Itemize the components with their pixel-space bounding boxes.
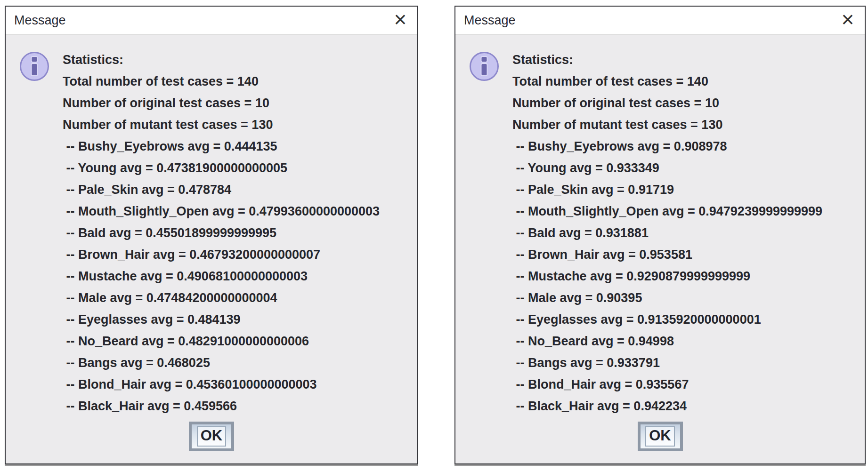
message-line: -- Mouth_Slightly_Open avg = 0.479936000…: [63, 200, 380, 222]
info-icon-dot: [32, 57, 37, 62]
message-text: Statistics: Total number of test cases =…: [512, 47, 822, 417]
message-line: Number of original test cases = 10: [512, 92, 822, 114]
message-dialog-right: Message × Statistics: Total number of te…: [454, 6, 866, 464]
info-icon-stem: [32, 64, 37, 75]
message-line: -- Pale_Skin avg = 0.478784: [63, 179, 380, 200]
info-icon-dot: [482, 57, 487, 62]
window-title: Message: [14, 13, 66, 28]
ok-button-label: OK: [645, 426, 675, 446]
close-button[interactable]: ×: [390, 10, 411, 31]
message-dialog-left: Message × Statistics: Total number of te…: [5, 6, 418, 464]
message-line: -- No_Beard avg = 0.94998: [512, 330, 822, 352]
message-line: -- Male avg = 0.90395: [512, 287, 822, 309]
title-bar: Message ×: [455, 7, 865, 35]
message-line: -- Bald avg = 0.45501899999999995: [63, 222, 380, 244]
message-line: -- Mustache avg = 0.9290879999999999: [512, 265, 822, 287]
message-line: Number of mutant test cases = 130: [512, 114, 822, 136]
message-line: -- Brown_Hair avg = 0.953581: [512, 244, 822, 265]
message-text: Statistics: Total number of test cases =…: [63, 47, 380, 417]
message-line: -- Mustache avg = 0.49068100000000003: [63, 265, 380, 287]
message-line: -- Bushy_Eyebrows avg = 0.908978: [512, 136, 822, 157]
message-line: -- Eyeglasses avg = 0.9135920000000001: [512, 309, 822, 330]
dialog-content: Statistics: Total number of test cases =…: [6, 35, 417, 463]
message-line: -- Bushy_Eyebrows avg = 0.444135: [63, 136, 380, 157]
message-line: -- Young avg = 0.933349: [512, 157, 822, 179]
message-line: Total number of test cases = 140: [63, 71, 380, 92]
close-button[interactable]: ×: [837, 10, 858, 31]
ok-button-label: OK: [197, 426, 227, 446]
message-line: -- Bald avg = 0.931881: [512, 222, 822, 244]
message-line: -- No_Beard avg = 0.48291000000000006: [63, 330, 380, 352]
message-line: -- Black_Hair avg = 0.942234: [512, 395, 822, 417]
message-line: -- Young avg = 0.47381900000000005: [63, 157, 380, 179]
close-icon: ×: [394, 8, 407, 30]
message-row: Statistics: Total number of test cases =…: [455, 35, 865, 417]
dialog-content: Statistics: Total number of test cases =…: [455, 35, 865, 463]
message-row: Statistics: Total number of test cases =…: [6, 35, 417, 417]
ok-button[interactable]: OK: [189, 422, 234, 451]
close-icon: ×: [842, 8, 854, 30]
info-icon: [470, 52, 499, 81]
message-line: -- Male avg = 0.47484200000000004: [63, 287, 380, 309]
info-icon: [20, 52, 49, 81]
message-line: -- Brown_Hair avg = 0.46793200000000007: [63, 244, 380, 265]
message-line: -- Bangs avg = 0.468025: [63, 352, 380, 374]
window-title: Message: [464, 13, 516, 28]
message-line: -- Black_Hair avg = 0.459566: [63, 395, 380, 417]
message-line: -- Pale_Skin avg = 0.91719: [512, 179, 822, 200]
message-line: Number of mutant test cases = 130: [63, 114, 380, 136]
message-line: -- Mouth_Slightly_Open avg = 0.947923999…: [512, 200, 822, 222]
message-line: Number of original test cases = 10: [63, 92, 380, 114]
message-line: Statistics:: [63, 49, 380, 71]
info-icon-stem: [482, 64, 487, 75]
title-bar: Message ×: [6, 7, 417, 35]
message-line: Total number of test cases = 140: [512, 71, 822, 92]
message-line: -- Blond_Hair avg = 0.935567: [512, 374, 822, 395]
ok-button[interactable]: OK: [638, 422, 683, 451]
message-line: -- Blond_Hair avg = 0.45360100000000003: [63, 374, 380, 395]
message-line: -- Bangs avg = 0.933791: [512, 352, 822, 374]
message-line: -- Eyeglasses avg = 0.484139: [63, 309, 380, 330]
message-line: Statistics:: [512, 49, 822, 71]
